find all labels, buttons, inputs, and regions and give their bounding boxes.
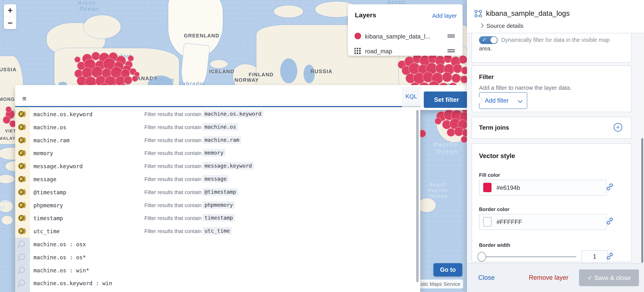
suggestion-query-text: machine.os : osx [34,241,86,248]
link-fill-color-icon[interactable] [606,183,614,191]
filter-card: Filter Add a filter to narrow the layer … [472,65,632,112]
border-width-input[interactable]: 1 [581,250,608,263]
zoom-in-button[interactable]: + [4,4,16,17]
source-details-accordion[interactable]: Source details [486,23,523,29]
set-filter-button[interactable]: Set filter [424,92,469,108]
link-border-width-icon[interactable] [606,252,614,260]
query-suggestion-row[interactable]: machine.os : osx [15,238,420,251]
kql-field-icon: F [18,189,24,195]
suggestion-query-text: machine.os : win* [34,267,89,274]
document-cluster-dot[interactable] [74,57,80,63]
layer-row[interactable]: kibana_sample_data_l... [348,31,463,43]
suggestion-field-name: message.keyword [34,163,83,170]
map-water-label: Ocean [430,193,448,199]
layers-panel-title: Layers [355,11,376,19]
landmass-island [0,175,14,183]
field-suggestion-row[interactable]: F message Filter results that contain me… [15,173,420,186]
document-cluster-dot[interactable] [124,76,132,85]
map-country-label: FINLAND [249,72,274,78]
map-water-label: Hudson [151,77,174,83]
icon-cell: F [15,121,30,134]
kql-language-button[interactable]: KQL [402,87,421,107]
document-cluster-dot[interactable] [461,136,468,143]
add-layer-link[interactable]: Add layer [432,13,457,19]
dynamic-filter-toggle[interactable]: ✓ [479,36,498,44]
term-joins-heading: Term joins [479,124,509,131]
icon-cell [15,251,30,264]
map-country-label: NORWAY [234,77,259,83]
document-cluster-dot[interactable] [435,118,442,125]
border-color-value[interactable]: #FFFFFF [496,219,522,226]
icon-cell: F [15,147,30,160]
document-cluster-dot[interactable] [452,74,461,83]
query-suggestion-row[interactable]: machine.os : os* [15,251,420,264]
document-cluster-dot[interactable] [442,72,452,82]
suggestion-description: Filter results that contain [144,111,202,117]
vector-shape-icon [474,10,482,18]
field-suggestion-row[interactable]: F machine.os.keyword Filter results that… [15,108,420,121]
lake [280,58,297,83]
fill-color-swatch[interactable] [483,183,492,192]
suggestion-field-name: machine.os [34,124,66,131]
document-cluster-dot[interactable] [6,106,12,113]
drag-handle-icon[interactable] [448,49,455,53]
search-icon [19,279,25,286]
drag-handle-icon[interactable] [448,34,455,38]
query-suggestion-row[interactable]: machine.os.keyword : win [15,277,420,290]
suggestion-query-text: machine.os.keyword : win [34,280,112,286]
suggestion-description: Filter results that contain [144,137,202,143]
add-filter-button[interactable]: Add filter [479,92,527,109]
search-input[interactable]: m [22,95,26,102]
map-water-label: Pacific [428,187,448,193]
suggestion-code: machine.os [202,123,238,131]
go-to-button[interactable]: Go to [434,263,462,276]
map-country-label: RUSSIA [310,69,332,75]
icon-cell: F [15,134,30,147]
document-cluster-dot[interactable] [453,64,462,73]
map-water-label: Ocean [80,6,99,12]
dropdown-scrollbar[interactable] [416,110,419,282]
field-suggestion-row[interactable]: F utc_time Filter results that contain u… [15,225,420,238]
save-and-close-button[interactable]: ✓ Save & close [579,269,639,286]
layer-style-dot-icon [354,33,361,39]
flyout-scrollbar[interactable] [641,138,643,263]
map-country-label: MONG [0,97,15,102]
field-suggestion-row[interactable]: F timestamp Filter results that contain … [15,212,420,225]
field-suggestion-row[interactable]: F machine.os Filter results that contain… [15,121,420,134]
document-cluster-dot[interactable] [134,72,140,77]
landmass-island [274,6,303,18]
border-color-swatch[interactable] [483,217,492,226]
border-width-slider-thumb[interactable] [478,252,486,262]
remove-layer-button[interactable]: Remove layer [528,274,570,281]
layer-name[interactable]: road_map [365,48,392,55]
field-suggestion-row[interactable]: F message.keyword Filter results that co… [15,160,420,173]
document-cluster-dot[interactable] [92,52,100,60]
close-button[interactable]: Close [477,274,496,281]
query-suggestion-row[interactable]: machine.os : win* [15,264,420,277]
layer-row[interactable]: road_map [348,46,463,57]
suggestion-description: Filter results that contain [144,163,202,169]
field-suggestion-row[interactable]: F machine.ram Filter results that contai… [15,134,420,147]
layer-name[interactable]: kibana_sample_data_l... [365,33,430,40]
grid-layer-icon [354,48,361,54]
fill-color-input[interactable]: #e6194b [479,180,607,196]
suggestion-field-name: memory [34,150,53,157]
field-suggestion-row[interactable]: F memory Filter results that contain mem… [15,147,420,160]
suggestion-code: memory [202,149,226,157]
fill-color-value[interactable]: #e6194b [496,184,520,191]
kql-field-icon: F [18,111,24,117]
attribution-text[interactable]: lastic Maps Service [417,281,460,287]
field-suggestion-row[interactable]: F @timestamp Filter results that contain… [15,186,420,199]
border-color-input[interactable]: #FFFFFF [479,214,607,230]
vector-style-card: Vector style Fill color #e6194b Border c… [472,143,632,262]
icon-cell [15,264,30,277]
document-cluster-dot[interactable] [128,55,134,62]
map-zoom-control: + − [4,4,16,29]
field-suggestion-row[interactable]: F phpmemory Filter results that contain … [15,199,420,212]
add-join-plus-icon[interactable]: + [614,123,622,132]
border-width-slider-track[interactable] [480,256,576,257]
link-border-color-icon[interactable] [606,217,614,225]
suggestion-code: phpmemory [202,201,235,209]
zoom-out-button[interactable]: − [4,17,16,29]
search-icon [19,241,25,247]
